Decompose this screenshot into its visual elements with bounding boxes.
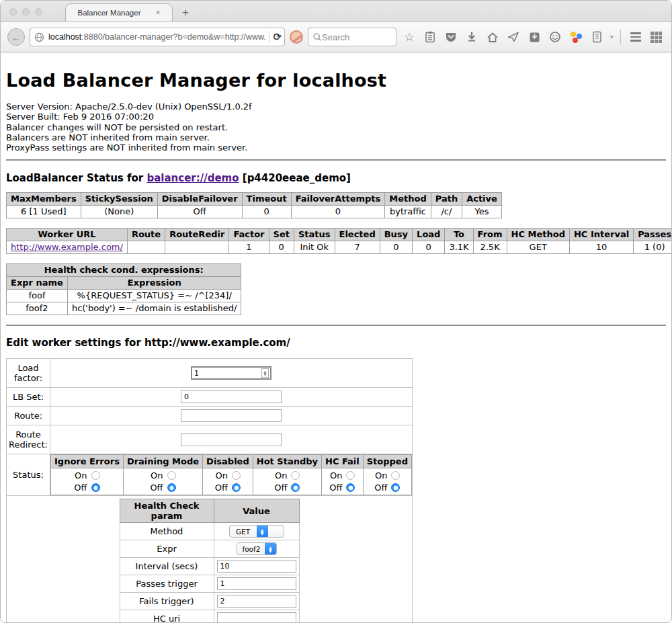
column-header: Route (127, 229, 165, 241)
column-header: RouteRedir (165, 229, 229, 241)
box-download-icon[interactable] (526, 29, 542, 45)
status-column-header: Draining Mode (123, 455, 202, 468)
globe-icon (34, 32, 44, 42)
adblock-icon[interactable] (290, 30, 303, 44)
load-factor-input[interactable]: 1 ▲▼ (191, 366, 271, 380)
url-domain: localhost (48, 32, 81, 42)
interval-input[interactable] (217, 560, 296, 573)
interval-label: Interval (secs) (120, 558, 214, 575)
hc-uri-input[interactable] (217, 612, 296, 623)
pocket-icon[interactable] (443, 29, 459, 45)
zoom-window-button[interactable] (35, 8, 42, 15)
balancer-demo-link[interactable]: balancer://demo (146, 172, 239, 184)
send-icon[interactable] (505, 29, 521, 45)
table-row: 6 [1 Used] (None) Off 0 0 bytraffic /c/ … (7, 206, 502, 218)
grid-extension-icon[interactable] (648, 29, 665, 45)
off-label: Off (215, 483, 228, 493)
hot-standby-on-radio[interactable] (291, 471, 300, 480)
search-input[interactable] (322, 32, 379, 42)
url-bar[interactable]: localhost:8880/balancer-manager?b=demo&w… (30, 28, 285, 46)
hc-fail-off-radio[interactable] (346, 483, 355, 492)
on-label: On (150, 470, 163, 481)
search-icon (312, 32, 322, 42)
fails-label: Fails trigger) (120, 593, 214, 610)
column-header: Load (413, 229, 445, 241)
column-header: Elected (335, 229, 380, 241)
number-stepper-icon[interactable]: ▲▼ (261, 368, 269, 378)
ignore-errors-on-radio[interactable] (91, 471, 100, 480)
overflow-caret-icon[interactable]: ▾ (610, 34, 614, 40)
disabled-on-radio[interactable] (232, 471, 241, 480)
table-cell: Init Ok (294, 241, 335, 254)
hot-standby-off-radio[interactable] (291, 483, 300, 492)
new-tab-button[interactable]: + (182, 6, 189, 19)
draining-mode-on-radio[interactable] (167, 471, 176, 480)
column-header: FailoverAttempts (291, 193, 385, 206)
column-header: Passes (634, 229, 672, 241)
edit-worker-heading: Edit worker settings for http://www.exam… (6, 337, 666, 349)
ignore-errors-off-radio[interactable] (91, 483, 100, 492)
hc-uri-label: HC uri (120, 610, 214, 623)
smiley-icon[interactable] (547, 29, 563, 45)
form-row-load-factor: Load factor: 1 ▲▼ (7, 359, 413, 388)
form-row-status: Status: Ignore Errors Draining Mode Disa… (7, 454, 413, 496)
reload-icon[interactable]: ⟳ (273, 31, 282, 43)
close-window-button[interactable] (9, 8, 17, 15)
table-cell: 7 (335, 241, 380, 254)
table-cell: /c/ (431, 206, 462, 218)
table-cell: 0 (413, 241, 445, 254)
column-header: Expr name (7, 277, 68, 290)
colored-dots-extension-icon[interactable] (568, 29, 584, 45)
table-cell: 0 (242, 206, 291, 218)
passes-input[interactable] (217, 577, 296, 590)
form-row-lb-set: LB Set: (7, 388, 413, 407)
table-cell: 1 (0) (634, 241, 672, 254)
table-cell: GET (507, 241, 569, 254)
bookmark-star-icon[interactable]: ☆ (401, 29, 417, 45)
server-info-line: ProxyPass settings are NOT inherited fro… (6, 142, 666, 153)
divider (6, 325, 666, 326)
expression-cell: %{REQUEST_STATUS} =~ /^[234]/ (67, 290, 241, 302)
url-text[interactable]: localhost:8880/balancer-manager?b=demo&w… (48, 32, 265, 42)
column-header: HC Method (507, 229, 569, 241)
server-info-line: Balancer changes will NOT be persisted o… (6, 122, 666, 132)
route-redirect-input[interactable] (181, 433, 282, 446)
menu-icon[interactable] (628, 29, 644, 45)
column-header: Method (385, 193, 431, 206)
hc-fail-on-radio[interactable] (346, 471, 355, 480)
column-header: From (473, 229, 507, 241)
notes-extension-icon[interactable] (589, 29, 605, 45)
tab-balancer-manager[interactable]: Balancer Manager × (65, 3, 173, 22)
worker-url-link[interactable]: http://www.example.com/ (11, 242, 123, 252)
health-check-param-table: Health Check param Value Method GET ▲▼ (120, 499, 300, 623)
table-row: foof %{REQUEST_STATUS} =~ /^[234]/ (7, 290, 241, 302)
expression-cell: hc('body') =~ /domain is established/ (67, 302, 241, 315)
back-button[interactable]: ← (7, 28, 25, 46)
tab-bar: Balancer Manager × + (1, 1, 671, 22)
clipboard-icon[interactable] (422, 29, 438, 45)
divider (6, 159, 666, 161)
stopped-on-radio[interactable] (391, 471, 400, 480)
column-header: DisableFailover (157, 193, 242, 206)
browser-window: Balancer Manager × + ← localhost:8880/ba… (0, 0, 672, 623)
downloads-icon[interactable] (464, 29, 480, 45)
minimize-window-button[interactable] (22, 8, 30, 15)
server-info: Server Version: Apache/2.5.0-dev (Unix) … (6, 101, 666, 153)
expr-select[interactable]: foof2 ▲▼ (237, 542, 277, 555)
draining-mode-off-radio[interactable] (167, 483, 176, 492)
column-header: Path (431, 193, 462, 206)
route-input[interactable] (181, 409, 282, 422)
fails-input[interactable] (217, 595, 296, 608)
back-icon: ← (11, 32, 22, 43)
off-label: Off (74, 483, 87, 493)
search-bar[interactable] (308, 28, 396, 46)
lb-set-input[interactable] (181, 390, 282, 403)
stopped-off-radio[interactable] (391, 483, 400, 492)
table-cell: Yes (462, 206, 502, 218)
method-select[interactable]: GET ▲▼ (229, 525, 284, 538)
tab-close-icon[interactable]: × (155, 8, 160, 17)
disabled-off-radio[interactable] (232, 483, 241, 492)
heading-suffix: [p4420eeae_demo] (243, 172, 351, 184)
select-arrows-icon: ▲▼ (265, 542, 276, 555)
home-icon[interactable] (485, 29, 501, 45)
